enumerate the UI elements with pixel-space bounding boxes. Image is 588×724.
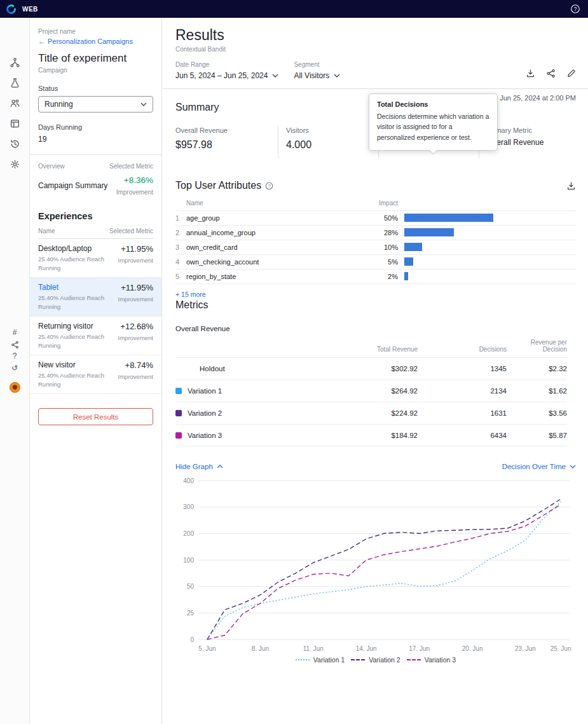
date-range-control[interactable]: Date Range Jun 5, 2024 – Jun 25, 2024 xyxy=(175,61,278,80)
settings-gear-icon[interactable] xyxy=(10,159,20,170)
chevron-down-icon xyxy=(140,102,147,106)
help-icon[interactable]: ? xyxy=(570,4,580,14)
legend-line-swatch xyxy=(407,659,421,660)
attributes-title: Top User Attributes xyxy=(175,180,261,191)
experience-item-desktop-laptop[interactable]: Desktop/Laptop 25.40% Audience Reach Run… xyxy=(30,239,161,278)
show-more-attributes-link[interactable]: + 15 more xyxy=(175,290,206,298)
product-name: WEB xyxy=(22,6,38,13)
main-content: Results Contextual Bandit Date Range Jun… xyxy=(163,18,588,724)
campaign-summary-row[interactable]: Campaign Summary +8.36% Improvement xyxy=(38,175,153,202)
svg-text:14. Jun: 14. Jun xyxy=(356,645,377,652)
reset-results-button[interactable]: Reset Results xyxy=(38,408,153,425)
experiments-flask-icon[interactable] xyxy=(10,78,20,88)
attributes-help-icon[interactable]: ? xyxy=(265,182,273,190)
attribute-row: 3 own_credit_card 10% xyxy=(175,240,576,255)
variation-swatch xyxy=(175,410,182,416)
chevron-up-icon xyxy=(217,465,223,468)
col-total-revenue: Total Revenue xyxy=(322,346,418,353)
date-range-value: Jun 5, 2024 – Jun 25, 2024 xyxy=(175,71,268,80)
optimizely-logo[interactable] xyxy=(6,4,17,15)
impact-bar xyxy=(404,243,422,251)
variation-swatch xyxy=(175,388,182,394)
chart-legend: Variation 1 Variation 2 Variation 3 xyxy=(175,656,576,664)
svg-text:?: ? xyxy=(268,183,271,189)
divider xyxy=(30,154,161,155)
experience-item-tablet[interactable]: Tablet 25.40% Audience Reach Running +11… xyxy=(30,278,161,317)
svg-text:0: 0 xyxy=(190,636,194,643)
svg-text:17. Jun: 17. Jun xyxy=(409,645,430,652)
legend-variation-2[interactable]: Variation 2 xyxy=(351,656,400,664)
summary-card-overall-revenue: Overall Revenue $957.98 xyxy=(175,125,278,158)
metrics-row-variation-1: Variation 1 $264.92 2134 $1.62 xyxy=(175,379,567,402)
attributes-download-icon[interactable] xyxy=(566,181,576,191)
svg-text:11. Jun: 11. Jun xyxy=(303,645,324,652)
share-nodes-icon[interactable] xyxy=(11,341,19,349)
experience-item-new-visitor[interactable]: New visitor 25.40% Audience Reach Runnin… xyxy=(30,355,161,394)
exp-header-metric: Selected Metric xyxy=(109,228,153,235)
page-title: Results xyxy=(175,27,576,44)
pages-board-icon[interactable] xyxy=(10,118,20,129)
total-decisions-tooltip: Total Decisions Decisions determine whic… xyxy=(369,93,498,151)
svg-text:25: 25 xyxy=(187,610,195,617)
history-icon[interactable] xyxy=(10,139,20,149)
hash-icon[interactable]: # xyxy=(13,328,17,338)
campaign-summary-value: +8.36% xyxy=(116,175,153,185)
attribute-row: 2 annual_income_group 28% xyxy=(175,226,576,240)
legend-variation-1[interactable]: Variation 1 xyxy=(296,656,345,664)
col-decisions: Decisions xyxy=(418,346,507,353)
exp-header-name: Name xyxy=(38,228,55,235)
selected-metric-label: Selected Metric xyxy=(109,163,153,170)
back-arrow-icon: ← xyxy=(38,38,45,45)
legend-line-swatch xyxy=(296,659,310,660)
share-icon[interactable] xyxy=(546,69,556,78)
graph-metric-select[interactable]: Decision Over Time xyxy=(502,463,576,470)
attributes-table: Name Impact 1 age_group 50% 2 annual_inc… xyxy=(175,200,576,284)
undo-icon[interactable]: ↺ xyxy=(11,364,18,374)
status-select[interactable]: Running xyxy=(38,96,153,113)
summary-card-visitors: Visitors 4.000 xyxy=(278,125,378,158)
divider xyxy=(163,88,588,89)
user-avatar[interactable] xyxy=(10,382,20,393)
variation-swatch xyxy=(175,432,182,439)
svg-text:300: 300 xyxy=(183,503,194,510)
campaigns-flow-icon[interactable] xyxy=(10,57,20,68)
metrics-table: Total Revenue Decisions Revenue per Deci… xyxy=(175,334,567,446)
audiences-users-icon[interactable] xyxy=(10,98,20,109)
metrics-title: Metrics xyxy=(175,299,576,311)
svg-text:20. Jun: 20. Jun xyxy=(462,645,483,652)
legend-variation-3[interactable]: Variation 3 xyxy=(407,656,456,664)
metrics-row-variation-3: Variation 3 $184.92 6434 $5.87 xyxy=(175,424,567,446)
svg-text:200: 200 xyxy=(183,530,194,537)
days-running-label: Days Running xyxy=(38,123,153,131)
download-icon[interactable] xyxy=(526,69,535,78)
impact-bar xyxy=(404,228,454,236)
campaign-label: Campaign xyxy=(38,67,153,74)
project-name-label: Project name xyxy=(38,28,153,35)
legend-line-swatch xyxy=(351,659,365,660)
attribute-row: 1 age_group 50% xyxy=(175,211,576,226)
topbar: WEB ? xyxy=(0,0,588,18)
svg-text:25. Jun: 25. Jun xyxy=(550,645,571,652)
experiment-title: Title of experiment xyxy=(38,52,153,65)
segment-control[interactable]: Segment All Visitors xyxy=(294,61,340,80)
svg-text:8. Jun: 8. Jun xyxy=(252,645,269,652)
svg-text:50: 50 xyxy=(187,583,195,590)
experience-item-returning-visitor[interactable]: Returning visitor 25.40% Audience Reach … xyxy=(30,317,161,355)
svg-text:5. Jun: 5. Jun xyxy=(198,645,215,652)
chevron-down-icon xyxy=(570,465,576,468)
svg-text:23. Jun: 23. Jun xyxy=(515,645,536,652)
status-value: Running xyxy=(44,100,73,109)
hide-graph-toggle[interactable]: Hide Graph xyxy=(175,463,223,470)
edit-pencil-icon[interactable] xyxy=(566,69,576,78)
days-running-value: 19 xyxy=(38,135,153,144)
sidebar: Project name ← Personalization Campaigns… xyxy=(30,18,162,724)
chevron-down-icon xyxy=(272,74,278,78)
experiences-title: Experiences xyxy=(38,211,153,221)
metrics-row-holdout: Holdout $302.92 1345 $2.32 xyxy=(175,357,567,379)
impact-bar xyxy=(404,272,408,280)
campaign-summary-sub: Improvement xyxy=(116,189,153,196)
back-to-campaigns-link[interactable]: ← Personalization Campaigns xyxy=(38,38,153,45)
attr-header-impact: Impact xyxy=(374,200,398,207)
col-revenue-per-decision: Revenue per Decision xyxy=(507,339,567,353)
help-circle-icon[interactable]: ? xyxy=(13,352,17,362)
